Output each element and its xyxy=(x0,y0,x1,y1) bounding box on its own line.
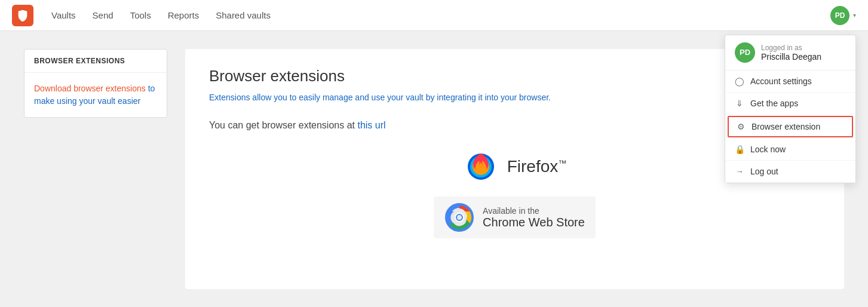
nav-tools[interactable]: Tools xyxy=(130,8,151,23)
user-dropdown-menu: PD Logged in as Priscilla Deegan ◯ Accou… xyxy=(725,35,856,183)
log-out-label: Log out xyxy=(750,167,778,176)
account-settings-label: Account settings xyxy=(750,76,812,86)
user-menu-trigger[interactable]: PD ▾ PD Logged in as Priscilla Deegan ◯ … xyxy=(830,6,856,25)
chrome-icon xyxy=(444,202,474,232)
chevron-down-icon: ▾ xyxy=(853,12,856,19)
dropdown-user-name: Priscilla Deegan xyxy=(761,52,821,62)
nav-shared-vaults[interactable]: Shared vaults xyxy=(216,8,271,23)
app-logo-icon xyxy=(12,5,33,26)
dropdown-avatar: PD xyxy=(735,42,755,63)
dropdown-get-apps[interactable]: ⇓ Get the apps xyxy=(725,93,855,115)
nav-reports[interactable]: Reports xyxy=(168,8,200,23)
download-icon: ⇓ xyxy=(735,99,744,108)
dropdown-header-text: Logged in as Priscilla Deegan xyxy=(761,44,821,62)
firefox-label: Firefox™ xyxy=(507,157,567,176)
user-avatar: PD xyxy=(830,6,849,25)
get-apps-label: Get the apps xyxy=(750,99,798,108)
user-circle-icon: ◯ xyxy=(735,76,744,86)
chrome-available-label: Available in the xyxy=(483,206,585,216)
sidebar-description: Download browser extensions to make usin… xyxy=(34,82,157,108)
sidebar-panel-header: BROWSER EXTENSIONS xyxy=(24,50,167,73)
top-navigation: Vaults Send Tools Reports Shared vaults … xyxy=(0,0,868,31)
url-intro-label: You can get browser extensions at xyxy=(209,120,355,130)
dropdown-account-settings[interactable]: ◯ Account settings xyxy=(725,70,855,93)
sidebar-panel-body: Download browser extensions to make usin… xyxy=(24,73,167,117)
dropdown-log-out[interactable]: → Log out xyxy=(725,161,855,183)
chrome-store-text: Available in the Chrome Web Store xyxy=(483,206,585,229)
logout-icon: → xyxy=(735,167,744,176)
nav-vaults[interactable]: Vaults xyxy=(51,8,76,23)
logo[interactable] xyxy=(12,5,33,26)
firefox-row[interactable]: Firefox™ xyxy=(463,149,567,185)
firefox-icon xyxy=(463,149,499,185)
lock-now-label: Lock now xyxy=(750,145,786,154)
chrome-row[interactable]: Available in the Chrome Web Store xyxy=(434,197,596,238)
gear-icon: ⚙ xyxy=(736,122,746,131)
nav-send[interactable]: Send xyxy=(93,8,114,23)
browser-extension-label: Browser extension xyxy=(752,122,820,131)
dropdown-user-header: PD Logged in as Priscilla Deegan xyxy=(725,35,855,70)
dropdown-lock-now[interactable]: 🔒 Lock now xyxy=(725,139,855,161)
nav-links: Vaults Send Tools Reports Shared vaults xyxy=(51,8,830,23)
lock-icon: 🔒 xyxy=(735,145,744,154)
logged-in-label: Logged in as xyxy=(761,44,821,52)
url-highlight-link[interactable]: this url xyxy=(357,120,385,130)
sidebar-link-part1[interactable]: Download browser extensions xyxy=(34,84,146,93)
chrome-store-label: Chrome Web Store xyxy=(483,216,585,229)
dropdown-browser-extension[interactable]: ⚙ Browser extension xyxy=(728,116,853,137)
sidebar-panel: BROWSER EXTENSIONS Download browser exte… xyxy=(24,49,167,118)
svg-point-7 xyxy=(457,215,462,220)
